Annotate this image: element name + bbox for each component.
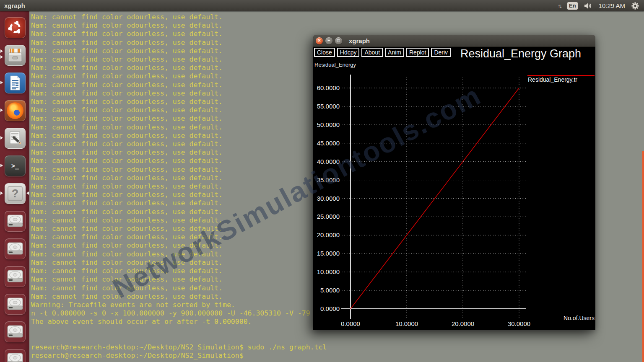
terminal-line: Warning: Tracefile events are not sorted… xyxy=(31,301,327,309)
terminal-line: Nam: cannot find color odourless, use de… xyxy=(31,191,327,199)
volume-icon[interactable] xyxy=(584,3,592,9)
terminal-line: Nam: cannot find color odourless, use de… xyxy=(31,81,327,89)
launcher-item-libreoffice-writer[interactable] xyxy=(0,70,29,98)
x-tick-label: 30.0000 xyxy=(508,320,530,327)
terminal-line: Nam: cannot find color odourless, use de… xyxy=(31,250,327,259)
files-icon xyxy=(5,45,26,66)
launcher-item-files[interactable] xyxy=(0,42,29,70)
terminal-line xyxy=(31,326,327,335)
updown-arrows-icon[interactable]: ↑↓ xyxy=(558,3,561,9)
terminal-line: Nam: cannot find color odourless, use de… xyxy=(31,89,327,98)
plot-canvas: 0.00005.000010.000015.000020.000025.0000… xyxy=(313,47,595,330)
running-indicator xyxy=(0,81,5,84)
disk-2-icon xyxy=(5,238,26,259)
xgraph-window-title: xgraph xyxy=(349,37,370,44)
terminal-line: n -t 0.000000 -s 0 -x 100.000000 -y 900.… xyxy=(31,309,327,318)
terminal-line: Nam: cannot find color odourless, use de… xyxy=(31,106,327,114)
terminal-line: Nam: cannot find color odourless, use de… xyxy=(31,165,327,174)
y-tick-label: 5.0000 xyxy=(320,287,340,294)
terminal-line: Nam: cannot find color odourless, use de… xyxy=(31,21,327,30)
terminal-line: Nam: cannot find color odourless, use de… xyxy=(31,275,327,284)
launcher-item-text-editor[interactable] xyxy=(0,125,29,153)
terminal-line: Nam: cannot find color odourless, use de… xyxy=(31,182,327,191)
gear-icon[interactable] xyxy=(631,2,639,10)
terminal-line: Nam: cannot find color odourless, use de… xyxy=(31,225,327,233)
disk-3-icon xyxy=(5,266,26,287)
clock[interactable]: 10:29 AM xyxy=(599,2,625,9)
terminal-line: Nam: cannot find color odourless, use de… xyxy=(31,140,327,148)
terminal-line: Nam: cannot find color odourless, use de… xyxy=(31,199,327,207)
terminal-line: Nam: cannot find color odourless, use de… xyxy=(31,123,327,132)
y-tick-label: 35.0000 xyxy=(317,176,340,184)
y-tick-label: 0.0000 xyxy=(320,305,340,312)
minimize-window-button[interactable]: − xyxy=(325,37,332,44)
terminal-line: Nam: cannot find color odourless, use de… xyxy=(31,39,327,47)
terminal-line: Nam: cannot find color odourless, use de… xyxy=(31,241,327,250)
terminal-line: Nam: cannot find color odourless, use de… xyxy=(31,64,327,72)
xgraph-titlebar[interactable]: ✕ − □ xgraph xyxy=(313,35,595,47)
xgraph-window: ✕ − □ xgraph CloseHdcpyAboutAnimReplotDe… xyxy=(313,35,595,330)
disk-5-icon xyxy=(5,321,26,342)
legend-label: Residual_Energy.tr xyxy=(528,76,577,83)
disk-1-icon xyxy=(5,211,26,232)
system-tray: ↑↓ En 10:29 AM xyxy=(558,2,639,10)
terminal-line: Nam: cannot find color odourless, use de… xyxy=(31,13,327,21)
top-menu-bar: xgraph ↑↓ En 10:29 AM xyxy=(0,0,644,11)
launcher-item-disk-overflow[interactable] xyxy=(0,346,29,362)
terminal-line: Nam: cannot find color odourless, use de… xyxy=(31,47,327,55)
launcher-item-firefox[interactable] xyxy=(0,98,29,125)
terminal-icon: >_ xyxy=(5,155,26,176)
running-indicator xyxy=(0,164,5,167)
disk-4-icon xyxy=(5,294,26,315)
terminal-line: research@research-desktop:~/Desktop/NS2_… xyxy=(31,343,327,352)
terminal-line: Nam: cannot find color odourless, use de… xyxy=(31,114,327,123)
y-tick-label: 50.0000 xyxy=(317,121,340,128)
y-tick-label: 15.0000 xyxy=(317,250,340,257)
terminal-line: Nam: cannot find color odourless, use de… xyxy=(31,98,327,106)
xgraph-app-icon: ? xyxy=(5,183,26,204)
terminal-line: Nam: cannot find color odourless, use de… xyxy=(31,216,327,225)
text-editor-icon xyxy=(5,128,26,149)
terminal-line: Nam: cannot find color odourless, use de… xyxy=(31,30,327,38)
terminal-line: Nam: cannot find color odourless, use de… xyxy=(31,284,327,292)
x-axis-label: No.of.Users xyxy=(564,315,595,321)
disk-overflow-icon xyxy=(5,349,26,362)
terminal-line: Nam: cannot find color odourless, use de… xyxy=(31,259,327,267)
launcher-item-xgraph-app[interactable]: ? xyxy=(0,181,29,208)
y-tick-label: 30.0000 xyxy=(317,195,340,202)
terminal-line: Nam: cannot find color odourless, use de… xyxy=(31,72,327,80)
running-indicator xyxy=(0,191,5,195)
x-tick-label: 20.0000 xyxy=(452,320,474,327)
launcher-item-disk-2[interactable] xyxy=(0,236,29,264)
terminal-line: The above event should occur at or after… xyxy=(31,318,327,326)
dash-home-icon xyxy=(5,17,26,38)
close-window-button[interactable]: ✕ xyxy=(316,37,323,44)
launcher-item-dash-home[interactable] xyxy=(0,15,29,42)
terminal-line: research@research-desktop:~/Desktop/NS2_… xyxy=(31,352,327,360)
launcher-item-disk-1[interactable] xyxy=(0,208,29,236)
right-edge-window-strip xyxy=(642,151,644,362)
terminal-line: Nam: cannot find color odourless, use de… xyxy=(31,267,327,275)
terminal-line: Nam: cannot find color odourless, use de… xyxy=(31,148,327,157)
y-tick-label: 40.0000 xyxy=(317,158,340,165)
launcher-item-disk-5[interactable] xyxy=(0,319,29,346)
running-indicator xyxy=(0,55,5,59)
launcher-item-disk-3[interactable] xyxy=(0,264,29,291)
launcher-item-terminal[interactable]: >_ xyxy=(0,153,29,181)
y-tick-label: 45.0000 xyxy=(317,140,340,147)
terminal-line: Nam: cannot find color odourless, use de… xyxy=(31,292,327,301)
keyboard-layout-indicator[interactable]: En xyxy=(567,2,578,10)
firefox-icon xyxy=(5,100,26,121)
maximize-window-button[interactable]: □ xyxy=(335,37,342,44)
terminal-line: Nam: cannot find color odourless, use de… xyxy=(31,132,327,140)
y-tick-label: 55.0000 xyxy=(317,103,340,110)
launcher-item-disk-4[interactable] xyxy=(0,291,29,319)
y-tick-label: 60.0000 xyxy=(317,84,340,91)
libreoffice-writer-icon xyxy=(5,72,26,93)
x-tick-label: 10.0000 xyxy=(395,320,418,327)
terminal-line: Nam: cannot find color odourless, use de… xyxy=(31,55,327,64)
terminal-line: Nam: cannot find color odourless, use de… xyxy=(31,157,327,165)
active-app-title: xgraph xyxy=(4,2,25,9)
running-indicator xyxy=(0,136,5,140)
terminal-line xyxy=(31,335,327,343)
